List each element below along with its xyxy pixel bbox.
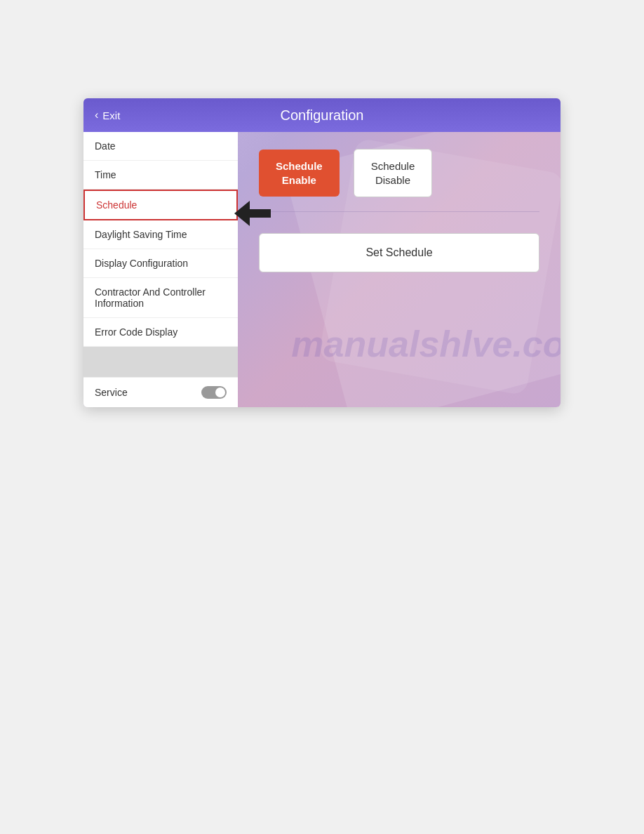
sidebar-item-display-label: Display Configuration bbox=[95, 258, 188, 269]
sidebar-item-time-label: Time bbox=[95, 169, 116, 180]
screen: ‹ Exit Configuration Date Time Schedule … bbox=[83, 98, 561, 407]
page-title: Configuration bbox=[281, 107, 364, 124]
schedule-enable-button[interactable]: Schedule Enable bbox=[259, 150, 340, 197]
schedule-buttons: Schedule Enable Schedule Disable bbox=[259, 149, 539, 197]
schedule-disable-line1: Schedule bbox=[371, 160, 415, 172]
sidebar-item-error[interactable]: Error Code Display bbox=[83, 318, 238, 347]
sidebar-item-date[interactable]: Date bbox=[83, 132, 238, 161]
sidebar-item-schedule-label: Schedule bbox=[96, 199, 137, 211]
set-schedule-button[interactable]: Set Schedule bbox=[259, 233, 539, 272]
set-schedule-label: Set Schedule bbox=[365, 246, 432, 258]
schedule-enable-line2: Enable bbox=[282, 174, 316, 186]
exit-label: Exit bbox=[102, 110, 120, 121]
arrow-body-icon bbox=[250, 209, 271, 218]
body: Date Time Schedule Daylight Saving Time … bbox=[83, 132, 561, 407]
sidebar-item-time[interactable]: Time bbox=[83, 161, 238, 190]
exit-button[interactable]: ‹ Exit bbox=[95, 109, 120, 121]
header: ‹ Exit Configuration bbox=[83, 98, 561, 132]
service-label: Service bbox=[95, 387, 128, 398]
sidebar-item-daylight-label: Daylight Saving Time bbox=[95, 229, 187, 240]
sidebar-item-display[interactable]: Display Configuration bbox=[83, 249, 238, 278]
sidebar-item-schedule[interactable]: Schedule bbox=[83, 190, 238, 220]
main-content: Schedule Enable Schedule Disable Set Sch… bbox=[238, 132, 561, 407]
sidebar-item-contractor-label: Contractor And Controller Information bbox=[95, 286, 206, 309]
divider bbox=[259, 211, 539, 212]
schedule-disable-line2: Disable bbox=[375, 174, 410, 186]
sidebar-item-date-label: Date bbox=[95, 140, 116, 152]
exit-arrow-icon: ‹ bbox=[95, 109, 98, 121]
schedule-enable-line1: Schedule bbox=[276, 160, 323, 172]
sidebar-item-daylight[interactable]: Daylight Saving Time bbox=[83, 220, 238, 249]
arrow-indicator bbox=[234, 201, 271, 226]
sidebar-item-error-label: Error Code Display bbox=[95, 326, 177, 338]
sidebar: Date Time Schedule Daylight Saving Time … bbox=[83, 132, 238, 407]
service-toggle[interactable] bbox=[201, 386, 227, 399]
schedule-disable-button[interactable]: Schedule Disable bbox=[354, 149, 433, 197]
arrow-head-icon bbox=[234, 201, 250, 226]
sidebar-spacer bbox=[83, 347, 238, 377]
sidebar-item-contractor[interactable]: Contractor And Controller Information bbox=[83, 278, 238, 318]
sidebar-service: Service bbox=[83, 377, 238, 407]
